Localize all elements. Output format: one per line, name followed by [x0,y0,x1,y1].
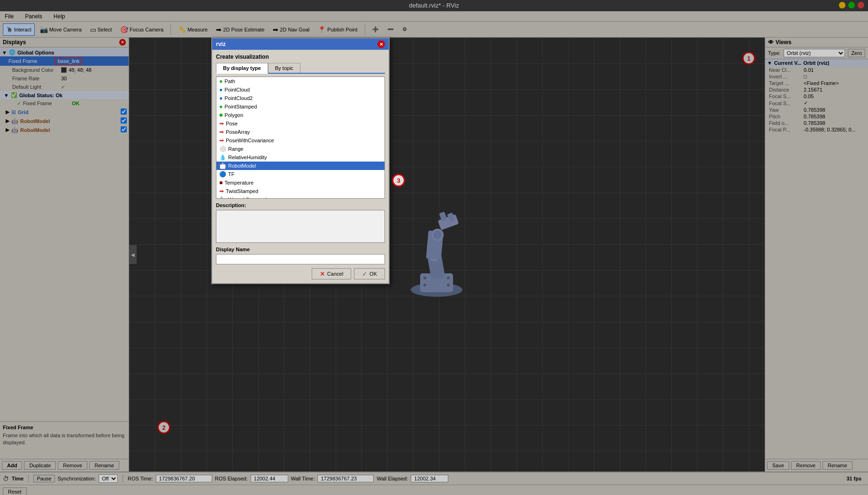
grid-label: Grid [18,109,29,115]
list-item-tf[interactable]: 🔵 TF [216,170,384,178]
background-color-value: 48; 48; 48 [69,67,92,73]
grid-display-item[interactable]: ▶ ⊞ Grid [0,108,129,116]
global-status-row[interactable]: ▼ ✅ Global Status: Ok [0,91,129,99]
maximize-button[interactable] [848,2,855,8]
list-item-polygon[interactable]: ■ Polygon [216,111,384,119]
list-item-posearray[interactable]: ➡ PoseArray [216,128,384,136]
list-item-pointstamped[interactable]: ● PointStamped [216,102,384,111]
svg-point-13 [423,284,426,286]
robot-model-3d [385,208,488,302]
views-prop-yaw: Yaw 0.785398 [765,107,868,113]
list-item-pointcloud[interactable]: ● PointCloud [216,85,384,94]
move-camera-icon: 📷 [40,26,48,33]
posearray-icon: ➡ [219,129,224,135]
viz-type-list[interactable]: ● Path ● PointCloud ● PointCloud2 ● Poin… [216,77,385,199]
list-item-posewithcovariance[interactable]: ➡ PoseWithCovariance [216,136,384,145]
global-status-arrow: ▼ [4,93,9,98]
fps-display: 31 fps [846,476,865,481]
views-save-button[interactable]: Save [767,461,789,470]
list-item-range[interactable]: ⚪ Range [216,145,384,153]
focus-camera-tool[interactable]: 🎯 Focus Camera [117,23,167,36]
rename-display-button[interactable]: Rename [89,461,119,470]
menu-panels[interactable]: Panels [22,12,45,21]
views-buttons: Save Remove Rename [765,459,868,472]
remove-display-button[interactable]: Remove [58,461,87,470]
grid-icon: ⊞ [11,109,16,116]
info-title: Fixed Frame [3,425,126,430]
collapse-left-arrow[interactable]: ◀ [129,245,137,264]
display-name-input[interactable] [216,254,385,264]
tab-by-display-type[interactable]: By display type [216,63,268,74]
views-type-select[interactable]: Orbit (rviz) [784,49,845,57]
pointcloud2-icon: ● [219,95,223,101]
svg-point-7 [433,231,442,239]
ok-button[interactable]: ✓ OK [354,268,385,279]
robot-model-1-checkbox[interactable] [121,117,127,124]
list-item-robotmodel[interactable]: 🤖 RobotModel [216,162,384,170]
global-options-row[interactable]: ▼ 🌐 Global Options [0,48,129,56]
views-section-label: Current V... [774,60,801,66]
path-icon: ● [219,78,223,85]
settings-btn[interactable]: ⚙ [399,23,410,36]
robot-model-item-1[interactable]: ▶ 🤖 RobotModel [0,116,129,125]
wall-elapsed-label: Wall Elapsed: [376,476,408,481]
add-display-button[interactable]: Add [2,461,22,470]
frame-rate-value: 30 [61,76,67,81]
views-prop-target: Target ... <Fixed Frame> [765,80,868,86]
duplicate-display-button[interactable]: Duplicate [24,461,56,470]
list-item-pose[interactable]: ➡ Pose [216,119,384,128]
global-status-label: Global Status: Ok [19,93,62,98]
robot-model-2-checkbox[interactable] [121,126,127,132]
move-camera-tool[interactable]: 📷 Move Camera [37,23,85,36]
list-item-path[interactable]: ● Path [216,77,384,85]
global-options-icon: 🌐 [9,49,15,55]
views-prop-focal-s1: Focal S... 0.05 [765,93,868,100]
wall-time-value: 1729836767.23 [317,475,374,482]
views-remove-button[interactable]: Remove [791,461,821,470]
menu-file[interactable]: File [2,12,16,21]
list-item-relativehumidity[interactable]: 💧 RelativeHumidity [216,153,384,162]
displays-close-button[interactable]: ✕ [119,39,126,46]
dialog-close-button[interactable]: ✕ [377,40,385,48]
robotmodel-icon: 🤖 [219,162,226,169]
minus-btn[interactable]: ➖ [384,23,397,36]
views-zero-button[interactable]: Zero [848,49,865,57]
select-tool[interactable]: ▭ Select [87,23,115,36]
measure-tool[interactable]: 📏 Measure [175,23,211,36]
publish-point-tool[interactable]: 📍 Publish Point [315,23,361,36]
pose-estimate-tool[interactable]: ➡ 2D Pose Estimate [213,23,268,36]
cancel-button[interactable]: ✕ Cancel [312,268,351,279]
interact-tool[interactable]: 🖱 Interact [3,23,35,36]
toolbar: 🖱 Interact 📷 Move Camera ▭ Select 🎯 Focu… [0,22,868,38]
nav-goal-tool[interactable]: ➡ 2D Nav Goal [269,23,313,36]
robot-model-item-2[interactable]: ▶ 🤖 RobotModel [0,125,129,134]
views-current-section[interactable]: ▼ Current V... Orbit (rviz) [765,59,868,67]
close-button[interactable] [858,2,864,8]
menu-help[interactable]: Help [51,12,68,21]
time-icon: ⏱ [3,475,9,482]
list-item-twiststamped[interactable]: ➡ TwistStamped [216,187,384,195]
list-item-wrenchstamped[interactable]: 🔧 WrenchStamped [216,195,384,199]
fixed-frame-status-label: Fixed Frame [23,101,70,106]
fixed-frame-row[interactable]: Fixed Frame base_link [0,56,129,66]
info-panel: Fixed Frame Frame into which all data is… [0,421,129,459]
views-prop-pitch: Pitch 0.785398 [765,113,868,120]
tab-by-topic[interactable]: By topic [268,63,300,73]
list-item-pointcloud2[interactable]: ● PointCloud2 [216,94,384,102]
views-rename-button[interactable]: Rename [822,461,853,470]
dialog-action-buttons: ✕ Cancel ✓ OK [216,268,385,279]
views-prop-distance: Distance 2.15671 [765,86,868,93]
ok-icon: ✓ [362,270,368,278]
pause-button[interactable]: Pause [33,475,54,482]
background-color-swatch[interactable] [61,67,67,73]
camera-icon: ➕ [372,26,379,32]
sync-select[interactable]: Off [99,474,118,483]
views-prop-invert: Invert ... □ [765,73,868,80]
camera-icon-btn[interactable]: ➕ [369,23,382,36]
reset-button[interactable]: Reset [3,487,27,495]
toolbar-separator2 [365,24,365,35]
minimize-button[interactable] [839,2,845,8]
list-item-temperature[interactable]: ■ Temperature [216,178,384,187]
svg-point-12 [447,277,450,279]
grid-checkbox[interactable] [121,108,127,115]
